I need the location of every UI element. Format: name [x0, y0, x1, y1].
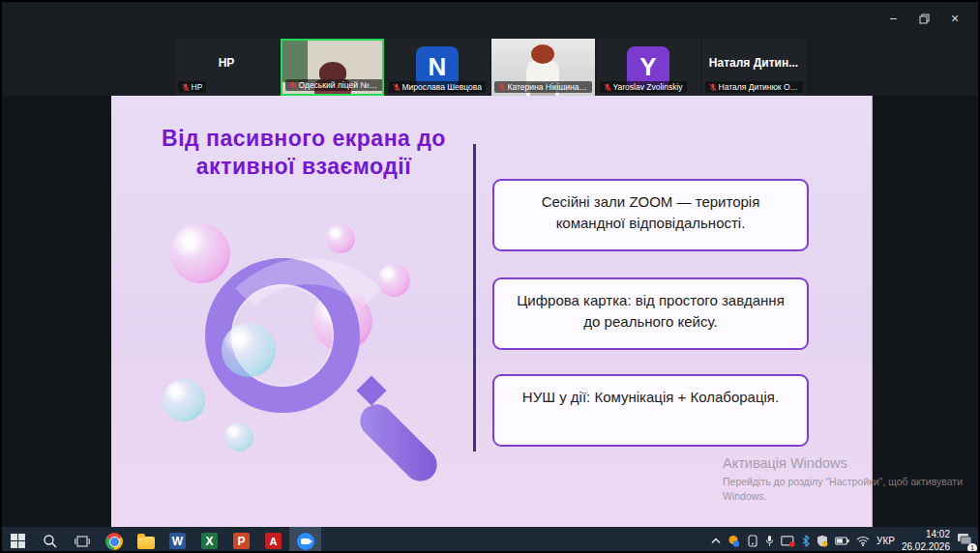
restore-button[interactable]	[908, 6, 939, 31]
word-icon: W	[169, 533, 186, 549]
shared-screen-area: Від пасивного екрана до активної взаємод…	[2, 96, 978, 527]
participant-tile-kateryna[interactable]: Катерина Нікішина гі...	[491, 39, 595, 96]
search-icon	[43, 534, 58, 549]
system-tray: ! УКР 14:02 26.02.2026 1	[711, 527, 978, 553]
participant-label: HP	[178, 81, 207, 93]
svg-text:!: !	[824, 541, 825, 546]
taskbar-file-explorer[interactable]	[130, 527, 162, 553]
windows-taskbar: W X P A	[2, 527, 978, 553]
taskbar-excel[interactable]: X	[193, 527, 225, 553]
tray-microphone-icon[interactable]	[765, 535, 774, 547]
zoom-icon	[297, 533, 314, 550]
participant-video-strip: HP HP Одеський ліцей №71... N Мирослава …	[2, 39, 978, 96]
bubble	[170, 223, 230, 283]
tray-battery-icon[interactable]	[835, 537, 849, 545]
vertical-divider	[473, 144, 476, 451]
participant-label: Одеський ліцей №71...	[285, 79, 383, 91]
bubble	[326, 224, 355, 253]
participant-tile-myroslava[interactable]: N Мирослава Шевцова	[386, 39, 490, 96]
search-button[interactable]	[34, 527, 66, 553]
muted-mic-icon	[289, 81, 297, 90]
task-view-button[interactable]	[66, 527, 98, 553]
excel-icon: X	[201, 533, 218, 549]
windows-logo-icon	[11, 534, 25, 548]
window-controls: − ×	[877, 6, 970, 31]
magnifier-illustration	[150, 202, 469, 511]
muted-mic-icon	[498, 83, 506, 92]
tray-app-icon[interactable]	[728, 535, 740, 547]
bubble	[224, 422, 253, 451]
windows-activation-watermark: Активація Windows Перейдіть до розділу "…	[723, 455, 974, 503]
participant-display-name: HP	[175, 56, 279, 70]
participant-tile-natalia[interactable]: Наталя Дитин... Наталя Дитинюк Оде...	[702, 39, 806, 96]
tray-wifi-icon[interactable]	[856, 536, 870, 546]
taskbar-acrobat[interactable]: A	[257, 527, 289, 553]
clock[interactable]: 14:02 26.02.2026	[902, 529, 950, 553]
chalkboard	[282, 41, 309, 82]
muted-mic-icon	[709, 83, 717, 92]
restore-icon	[919, 14, 930, 24]
tray-screenshare-icon[interactable]	[781, 536, 795, 547]
task-view-icon	[74, 535, 90, 548]
tray-chevron-up-icon[interactable]	[711, 538, 721, 544]
powerpoint-icon: P	[233, 533, 250, 549]
participant-tile-yaroslav[interactable]: Y Yaroslav Zvolinskiy	[597, 39, 700, 96]
bubble	[163, 379, 205, 422]
taskbar-word[interactable]: W	[162, 527, 193, 553]
notification-badge: 1	[967, 543, 977, 553]
acrobat-icon: A	[265, 533, 282, 549]
participant-tile-hp[interactable]: HP HP	[175, 39, 279, 96]
language-indicator[interactable]: УКР	[876, 536, 895, 546]
file-explorer-icon	[137, 537, 155, 549]
tray-bluetooth-icon[interactable]	[802, 535, 810, 547]
participant-label: Катерина Нікішина гі...	[494, 81, 592, 93]
participant-label: Наталя Дитинюк Оде...	[705, 81, 803, 93]
participant-display-name: Наталя Дитин...	[702, 56, 806, 70]
slide-text-box-2: Цифрова картка: від простого завдання до…	[492, 277, 809, 350]
taskbar-zoom[interactable]	[289, 527, 321, 553]
tray-device-icon[interactable]	[747, 535, 758, 547]
tray-security-warning-icon[interactable]: !	[817, 535, 828, 547]
chrome-icon	[105, 533, 123, 550]
muted-mic-icon	[393, 83, 401, 92]
slide-text-box-3: НУШ у дії: Комунікація + Колаборація.	[492, 374, 809, 447]
taskbar-chrome[interactable]	[98, 527, 130, 553]
minimize-button[interactable]: −	[877, 6, 908, 31]
slide-text-box-1: Сесійні зали ZOOM — територія командної …	[492, 179, 809, 251]
bubble	[222, 323, 276, 377]
participant-label: Мирослава Шевцова	[389, 81, 486, 93]
window-titlebar: − ×	[2, 2, 978, 39]
zoom-meeting-window: − × HP HP Одеський ліцей №71...	[0, 0, 980, 553]
muted-mic-icon	[604, 83, 611, 92]
muted-mic-icon	[182, 83, 190, 92]
slide-title: Від пасивного екрана до активної взаємод…	[129, 125, 479, 182]
close-button[interactable]: ×	[939, 6, 970, 31]
participant-label: Yaroslav Zvolinskiy	[600, 81, 687, 93]
start-button[interactable]	[2, 527, 34, 553]
action-center-button[interactable]: 1	[957, 533, 972, 550]
taskbar-powerpoint[interactable]: P	[225, 527, 257, 553]
participant-tile-active-speaker[interactable]: Одеський ліцей №71...	[281, 39, 384, 96]
